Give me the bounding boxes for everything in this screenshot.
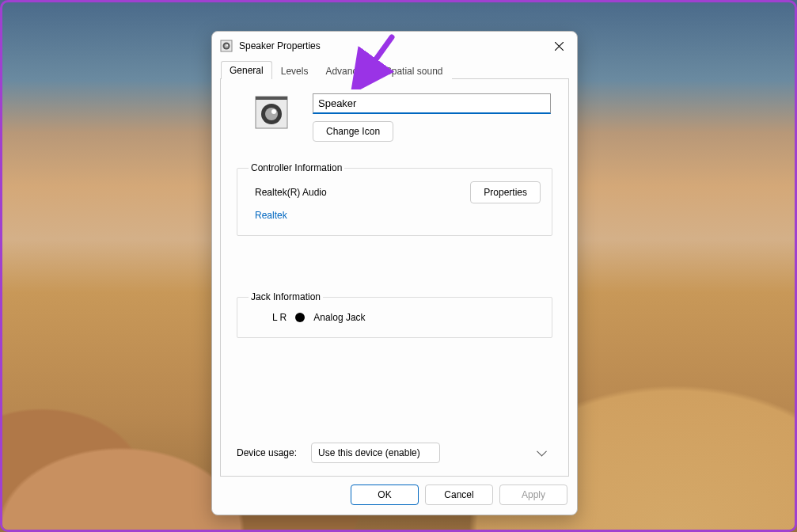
tab-strip: General Levels Advanced Spatial sound (212, 61, 577, 79)
device-usage-label: Device usage: (237, 447, 297, 458)
tab-levels[interactable]: Levels (272, 62, 317, 80)
close-button[interactable] (541, 33, 577, 59)
jack-information-group: Jack Information L R Analog Jack (237, 291, 552, 338)
titlebar[interactable]: Speaker Properties (212, 32, 577, 60)
cancel-button[interactable]: Cancel (425, 484, 493, 505)
speaker-properties-dialog: Speaker Properties General Levels Advanc… (211, 31, 578, 515)
tab-panel-general: Change Icon Controller Information Realt… (220, 78, 569, 477)
controller-vendor-link[interactable]: Realtek (249, 210, 287, 221)
tab-advanced[interactable]: Advanced (317, 62, 376, 80)
change-icon-button[interactable]: Change Icon (313, 121, 393, 142)
device-name-input[interactable] (313, 93, 551, 114)
jack-legend: Jack Information (249, 291, 323, 302)
controller-name: Realtek(R) Audio (255, 187, 327, 198)
controller-legend: Controller Information (249, 162, 344, 173)
jack-channels-label: L R (272, 312, 287, 323)
dialog-button-row: OK Cancel Apply (212, 484, 577, 515)
apply-button: Apply (499, 484, 567, 505)
close-icon (555, 42, 564, 51)
svg-point-9 (265, 108, 278, 120)
ok-button[interactable]: OK (351, 484, 419, 505)
controller-information-group: Controller Information Realtek(R) Audio … (237, 162, 552, 236)
tab-spatial-sound[interactable]: Spatial sound (377, 62, 452, 80)
speaker-titlebar-icon (220, 40, 233, 52)
window-title: Speaker Properties (239, 40, 541, 51)
controller-properties-button[interactable]: Properties (470, 181, 541, 203)
svg-point-3 (226, 44, 228, 46)
speaker-device-icon (254, 95, 289, 130)
device-usage-select-wrap: Use this device (enable) (311, 443, 552, 463)
jack-type-label: Analog Jack (313, 312, 365, 323)
device-usage-row: Device usage: Use this device (enable) (237, 443, 552, 463)
svg-rect-7 (256, 97, 287, 100)
svg-point-10 (271, 109, 276, 114)
tab-general[interactable]: General (221, 61, 272, 79)
jack-color-dot-icon (295, 313, 305, 322)
device-usage-select[interactable]: Use this device (enable) (311, 443, 440, 463)
svg-point-2 (225, 44, 229, 48)
